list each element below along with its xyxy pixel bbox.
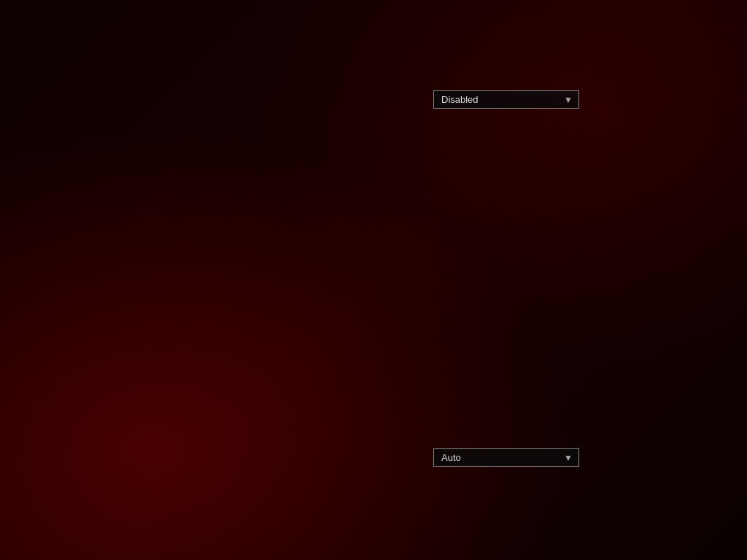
setting-row-mvl[interactable]: ▶ Max Voltage Limits bbox=[0, 277, 594, 309]
nav-menu: My Favorites Main Ai Tweaker Advanced Mo… bbox=[0, 54, 747, 83]
datetime-area: 10/18/2024 Friday 23:43 ⚙ bbox=[6, 31, 104, 50]
nav-exit[interactable]: Exit bbox=[441, 54, 482, 83]
toolbar-english[interactable]: 🌐 English bbox=[121, 34, 174, 48]
toolbar-aura-label: AURA(F4) bbox=[531, 36, 571, 46]
expand-arrow-icon: ▶ bbox=[15, 256, 21, 266]
setting-row-paradise[interactable]: ▶ Tweaker's Paradise bbox=[0, 373, 594, 405]
nav-main[interactable]: Main bbox=[92, 54, 139, 83]
pred-label-ecore-v-for: E-Core V for bbox=[603, 311, 668, 319]
expand-arrow-icon: ▶ bbox=[15, 416, 21, 427]
hw-cell-ratio: Ratio 54.00x bbox=[603, 196, 668, 214]
hw-label-pcore-volt: PCore Volt. bbox=[603, 174, 668, 182]
setting-row-pcvf[interactable]: ▶ Performance Core V/F Point Offset bbox=[0, 309, 594, 341]
nav-monitor[interactable]: Monitor bbox=[291, 54, 351, 83]
bios-title: UEFI BIOS Utility – Advanced Mode bbox=[50, 7, 246, 20]
toolbar-english-label: English bbox=[141, 36, 169, 46]
pred-sp: SP 78 bbox=[603, 265, 668, 284]
toolbar-my-favorite[interactable]: ⭐ My Favorite(F3) bbox=[185, 34, 271, 48]
pred-label-pcore-lh: P-Core Light/Heavy bbox=[674, 288, 739, 296]
hot-keys-button[interactable]: Hot Keys ? bbox=[684, 542, 740, 556]
nav-tool[interactable]: Tool bbox=[397, 54, 441, 83]
cpu-memory-title: CPU/Memory bbox=[603, 112, 738, 122]
toolbar-sep-1: | bbox=[115, 36, 117, 46]
question-icon: ? bbox=[727, 545, 732, 553]
hw-value-temperature: 32°C bbox=[674, 136, 739, 147]
nav-advanced[interactable]: Advanced bbox=[219, 54, 291, 83]
setting-row-dram[interactable]: ▶ DRAM Timing Control bbox=[0, 149, 594, 181]
pred-value-ecore-lh: 4963/4675 bbox=[674, 319, 739, 329]
rog-logo: ROG bbox=[9, 5, 42, 22]
setting-row-ai[interactable]: ▶ AI Features bbox=[0, 405, 594, 438]
pred-ecore-v-for: E-Core V for 4600/4600 bbox=[603, 311, 668, 329]
toolbar-ai-oc[interactable]: 🤖 AI OC(F11) bbox=[352, 34, 421, 48]
toolbar-aura[interactable]: ✨ AURA(F4) bbox=[511, 34, 576, 48]
day-display: Friday bbox=[22, 41, 42, 49]
clock-display: 23:43 bbox=[48, 31, 89, 50]
dimm-flex-row[interactable]: DIMM Flex Disabled ▼ bbox=[0, 83, 594, 117]
setting-row-tvb[interactable]: ▶ Thermal Velocity Boost bbox=[0, 245, 594, 277]
pred-pcore-v-for: P-Core V for 5700/5400 bbox=[603, 288, 668, 306]
footer: Version 2.22.1295 Copyright (C) 2024 AMI… bbox=[0, 537, 747, 560]
ezmode-arrow-icon: → bbox=[666, 545, 674, 553]
hw-cell-mc-volt: MC Volt. 1.119 V bbox=[603, 219, 668, 237]
hw-value-capacity: 49152 MB bbox=[674, 227, 739, 237]
settings-icon[interactable]: ⚙ bbox=[95, 35, 104, 47]
setting-name-paradise: Tweaker's Paradise bbox=[28, 384, 579, 395]
pred-label-ecore-lh: E-Core Light/Heavy bbox=[674, 311, 739, 319]
hardware-monitor-panel: 🖥 Hardware Monitor CPU/Memory Frequency … bbox=[594, 83, 747, 537]
nav-boot[interactable]: Boot bbox=[351, 54, 397, 83]
toolbar-qfan-label: Qfan(F6) bbox=[302, 36, 337, 46]
ring-down-bin-label: Ring Down Bin bbox=[15, 452, 433, 464]
hw-value-cpu-bclk: 100.00 MHz bbox=[603, 159, 668, 169]
hw-cell-capacity: Capacity 49152 MB bbox=[674, 219, 739, 237]
setting-name-ai: AI Features bbox=[28, 416, 579, 427]
toolbar-resize-bar[interactable]: 📏 ReSize BAR bbox=[587, 34, 659, 48]
q-dashboard-label: Q-Dashboard(Insert) bbox=[462, 545, 536, 553]
settings-list: DIMM Flex Disabled ▼ ▶ AVX Related Contr… bbox=[0, 83, 594, 471]
hw-cell-frequency: Frequency 5400 MHz bbox=[603, 128, 668, 147]
expand-arrow-icon: ▶ bbox=[15, 384, 21, 394]
last-modified-button[interactable]: Last Modified bbox=[546, 542, 609, 556]
setting-row-icpm[interactable]: ▶ Internal CPU Power Management bbox=[0, 213, 594, 245]
hw-cell-cpu-bclk: CPU BCLK 100.00 MHz bbox=[603, 151, 668, 169]
nav-ai-tweaker[interactable]: Ai Tweaker bbox=[139, 54, 219, 83]
setting-name-pcvf: Performance Core V/F Point Offset bbox=[28, 319, 579, 331]
toolbar-qfan[interactable]: 🔧 Qfan(F6) bbox=[282, 34, 341, 48]
dimm-flex-dropdown[interactable]: Disabled ▼ bbox=[433, 90, 579, 109]
setting-row-avx[interactable]: ▶ AVX Related Controls bbox=[0, 117, 594, 149]
toolbar-search[interactable]: 🔍 Search(F9) bbox=[432, 34, 500, 48]
setting-row-digi[interactable]: ▶ DIGI + VRM bbox=[0, 181, 594, 213]
hw-label-temperature: Temperature bbox=[674, 128, 739, 136]
hw-value-ratio: 54.00x bbox=[603, 204, 668, 214]
pred-ecore-lh: E-Core Light/Heavy 4963/4675 bbox=[674, 311, 739, 329]
hw-value-soc-bclk: 100.00 MHz bbox=[674, 159, 739, 169]
cpu-memory-section: CPU/Memory Frequency 5400 MHz Temperatur… bbox=[595, 106, 747, 244]
date-display: 10/18/2024 bbox=[6, 33, 42, 41]
pred-cache-v-for: 1.146/1.162 Cache V for 3800MHz Heavy Ca… bbox=[603, 333, 738, 373]
ezmode-button[interactable]: EzMode(F7) → bbox=[611, 542, 683, 556]
toolbar: 10/18/2024 Friday 23:43 ⚙ | 🌐 English | … bbox=[0, 28, 747, 54]
content-area: DIMM Flex Disabled ▼ ▶ AVX Related Contr… bbox=[0, 83, 747, 537]
expand-arrow-icon: ▶ bbox=[15, 288, 21, 298]
setting-name-tvb: Thermal Velocity Boost bbox=[28, 255, 579, 267]
dimm-flex-label: DIMM Flex bbox=[15, 94, 433, 106]
hw-value-dram-freq: 4000 MHz bbox=[674, 204, 739, 214]
hw-label-ecore-volt: ECore Volt. bbox=[674, 174, 739, 182]
hw-value-pcore-volt: 1.188 V bbox=[603, 182, 668, 192]
q-dashboard-button[interactable]: Q-Dashboard(Insert) bbox=[454, 542, 544, 556]
hw-label-capacity: Capacity bbox=[674, 219, 739, 227]
nav-my-favorites[interactable]: My Favorites bbox=[6, 54, 92, 83]
dimm-flex-value: Disabled bbox=[441, 94, 479, 105]
setting-row-ring-down-bin[interactable]: Ring Down Bin Auto ▼ bbox=[0, 441, 594, 471]
expand-arrow-icon: ▶ bbox=[15, 352, 21, 362]
expand-arrow-icon: ▶ bbox=[15, 224, 21, 234]
main-panel: DIMM Flex Disabled ▼ ▶ AVX Related Contr… bbox=[0, 83, 594, 537]
setting-name-avx: AVX Related Controls bbox=[28, 127, 579, 139]
ring-down-bin-dropdown[interactable]: Auto ▼ bbox=[433, 448, 579, 467]
hw-label-frequency: Frequency bbox=[603, 128, 668, 136]
pred-value-pcore-v-for: 5700/5400 bbox=[603, 296, 668, 306]
ezmode-label: EzMode(F7) bbox=[619, 545, 664, 553]
hw-monitor-title: 🖥 Hardware Monitor bbox=[595, 83, 747, 106]
setting-row-ecvf[interactable]: ▶ Efficient Core V/F Point Offset bbox=[0, 341, 594, 373]
pred-cooler: Cooler 172 pts bbox=[674, 265, 739, 284]
